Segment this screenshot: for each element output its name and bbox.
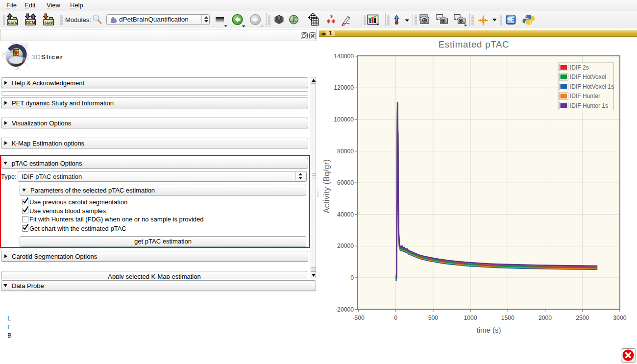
svg-text:-500: -500 (352, 315, 365, 321)
svg-text:60000: 60000 (337, 179, 354, 186)
svg-text:100000: 100000 (334, 116, 354, 123)
svg-text:2000: 2000 (539, 315, 552, 321)
svg-text:Activity (Bq/gr): Activity (Bq/gr) (322, 159, 331, 213)
svg-text:3000: 3000 (613, 315, 626, 321)
svg-text:IDIF HotVoxel: IDIF HotVoxel (570, 73, 606, 80)
svg-text:SAVE: SAVE (44, 21, 53, 25)
svg-text:IDIF Hunter 1s: IDIF Hunter 1s (570, 102, 608, 109)
svg-text:0: 0 (394, 315, 397, 321)
svg-text:IDIF Hunter: IDIF Hunter (570, 93, 600, 99)
svg-text:-20000: -20000 (335, 306, 354, 313)
svg-text:Estimated pTAC: Estimated pTAC (439, 39, 510, 49)
svg-text:120000: 120000 (334, 84, 354, 91)
svg-text:40000: 40000 (337, 211, 354, 218)
svg-text:500: 500 (428, 315, 439, 321)
svg-text:DATA: DATA (8, 21, 17, 25)
svg-text:DCM: DCM (26, 20, 35, 25)
svg-text:time (s): time (s) (477, 326, 501, 334)
svg-text:1500: 1500 (501, 315, 514, 321)
svg-text:1000: 1000 (464, 315, 477, 321)
svg-text:IDIF HotVoxel 1s: IDIF HotVoxel 1s (570, 83, 614, 90)
svg-text:2500: 2500 (576, 315, 589, 321)
svg-text:80000: 80000 (337, 148, 354, 155)
svg-text:140000: 140000 (334, 53, 354, 60)
svg-text:20000: 20000 (337, 243, 354, 249)
svg-text:IDIF 2s: IDIF 2s (570, 64, 589, 71)
svg-text:0: 0 (350, 274, 354, 281)
